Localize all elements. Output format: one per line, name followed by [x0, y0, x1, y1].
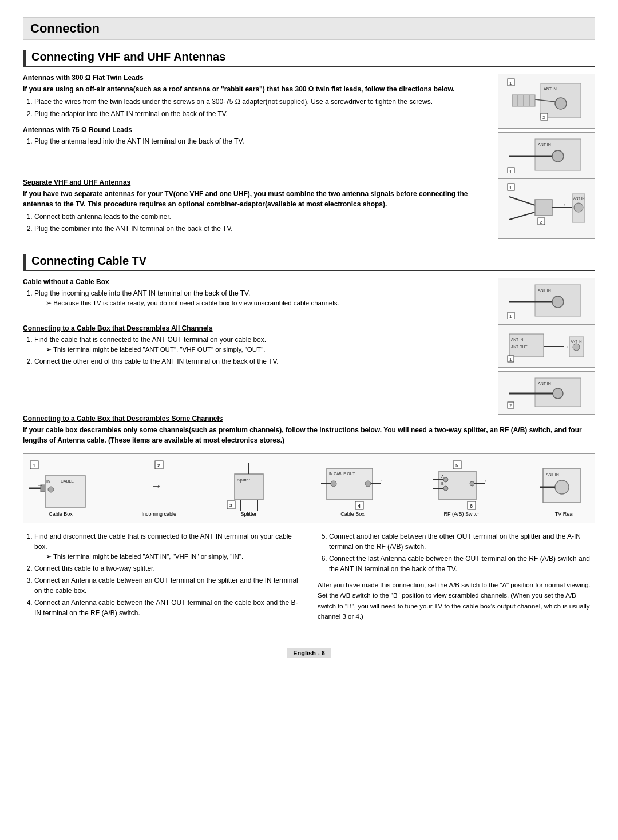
svg-text:1: 1 [509, 169, 512, 173]
diagram-cable-direct-svg: ANT IN 1 [506, 282, 587, 319]
splitter-label: Splitter [226, 511, 272, 517]
sub3-text: Separate VHF and UHF Antennas If you hav… [23, 178, 492, 241]
svg-point-73 [331, 481, 336, 487]
cable-box-some-title: Connecting to a Cable Box that Descrambl… [23, 415, 595, 423]
svg-text:ANT IN: ANT IN [511, 337, 523, 341]
cable-box-left-svg: 1 IN CABLE → [29, 460, 92, 511]
diagram-cable-box-antout: ANT IN ANT OUT → ANT IN 1 [498, 324, 595, 368]
antenna-diagrams: ANT IN 1 2 [498, 74, 595, 178]
svg-text:ANT IN: ANT IN [538, 142, 551, 146]
svg-line-19 [509, 212, 535, 220]
section-cable-tv: Connecting Cable TV Cable without a Cabl… [23, 254, 595, 624]
big-diagram-inner: 1 IN CABLE → Cable Box [29, 460, 589, 517]
sub2-title: Antennas with 75 Ω Round Leads [23, 126, 492, 134]
cable-no-box-diagram: ANT IN 1 [498, 278, 595, 324]
sub2-section: Antennas with 75 Ω Round Leads Plug the … [23, 126, 492, 146]
sub3-step1: Connect both antenna leads to the combin… [34, 212, 492, 222]
cable-box-all-steps: Find the cable that is connected to the … [34, 335, 492, 367]
svg-text:CABLE: CABLE [61, 479, 74, 483]
diagram-75ohm: ANT IN 1 [498, 132, 595, 178]
svg-text:IN: IN [46, 479, 50, 483]
sub1-intro: If you are using an off-air antenna(such… [23, 84, 492, 94]
svg-text:→: → [377, 477, 383, 484]
svg-text:ANT IN: ANT IN [538, 381, 551, 385]
steps-right-col: Connect another cable between the other … [318, 531, 595, 624]
cable-box-all-title: Connecting to a Cable Box that Descrambl… [23, 324, 492, 332]
cable-no-box-text: Cable without a Cable Box Plug the incom… [23, 278, 492, 315]
svg-text:2: 2 [542, 115, 545, 120]
section1-title: Connecting VHF and UHF Antennas [23, 50, 595, 67]
sub1-section: Antennas with 300 Ω Flat Twin Leads If y… [23, 74, 492, 119]
diagram-rf-switch: 5 A B → [433, 460, 490, 517]
svg-text:3: 3 [229, 503, 232, 508]
svg-text:→: → [561, 201, 566, 208]
svg-point-14 [552, 150, 564, 162]
diagram-cable-direct: ANT IN 1 [498, 278, 595, 324]
svg-text:5: 5 [455, 463, 458, 468]
sub1-container: Antennas with 300 Ω Flat Twin Leads If y… [23, 74, 595, 178]
sub3-intro: If you have two separate antennas for yo… [23, 189, 492, 209]
svg-text:ANT IN: ANT IN [546, 472, 559, 476]
sub2-step1: Plug the antenna lead into the ANT IN te… [34, 136, 492, 146]
svg-point-85 [443, 477, 448, 482]
diagram-cable-box-step2-svg: ANT IN 2 [506, 375, 587, 409]
diagram-300ohm-svg: ANT IN 1 2 [506, 78, 587, 124]
cable-box-some-footer: After you have made this connection, set… [318, 580, 595, 622]
cable-box-all-step1: Find the cable that is connected to the … [34, 335, 492, 355]
diagram-300ohm: ANT IN 1 2 [498, 74, 595, 129]
cable-box-all-note: ➢ This terminal might be labeled "ANT OU… [46, 345, 492, 355]
sub3-container: Separate VHF and UHF Antennas If you hav… [23, 178, 595, 241]
diagram-75ohm-svg: ANT IN 1 [506, 136, 587, 173]
page-title: Connection [23, 17, 595, 40]
some-step5: Connect another cable between the other … [329, 531, 595, 552]
svg-point-24 [574, 203, 583, 212]
svg-text:→: → [562, 343, 569, 351]
cable-box-all-container: Connecting to a Cable Box that Descrambl… [23, 324, 595, 415]
svg-point-2 [555, 98, 566, 109]
svg-point-86 [443, 486, 448, 491]
diagram-combiner-svg: ANT IN 1 2 → [506, 182, 587, 234]
cable-box-some-section: Connecting to a Cable Box that Descrambl… [23, 415, 595, 445]
section2-title: Connecting Cable TV [23, 254, 595, 271]
svg-text:ANT IN: ANT IN [573, 197, 585, 200]
separate-antenna-diagram: ANT IN 1 2 → [498, 178, 595, 239]
svg-line-18 [509, 197, 535, 205]
cable-box-right-svg: IN CABLE OUT → 4 [321, 460, 384, 511]
svg-text:B: B [441, 481, 444, 485]
svg-text:A: A [441, 475, 444, 479]
svg-text:2: 2 [540, 220, 542, 225]
svg-text:ANT IN: ANT IN [538, 288, 551, 292]
sub2-steps: Plug the antenna lead into the ANT IN te… [34, 136, 492, 146]
diagram-arrow2: 2 → Incoming cable [141, 460, 176, 517]
sub3-step2: Plug the combiner into the ANT IN termin… [34, 224, 492, 234]
some-step6: Connect the last Antenna cable between t… [329, 554, 595, 574]
cable-no-box-section: Cable without a Cable Box Plug the incom… [23, 278, 492, 308]
diagram-splitter: Splitter 3 Splitter [226, 460, 272, 517]
big-diagram-container: 1 IN CABLE → Cable Box [23, 453, 595, 523]
svg-text:→: → [482, 477, 488, 484]
some-step4: Connect an Antenna cable between the ANT… [34, 598, 300, 618]
svg-point-43 [573, 344, 580, 351]
sub3-title: Separate VHF and UHF Antennas [23, 178, 492, 186]
sub1-step1: Place the wires from the twin leads unde… [34, 97, 492, 107]
page-num-wrap: English - 6 [23, 638, 595, 658]
some-step3: Connect an Antenna cable between an OUT … [34, 575, 300, 596]
svg-text:ANT OUT: ANT OUT [511, 345, 527, 349]
svg-text:1: 1 [509, 81, 512, 86]
some-step1-note: ➢ This terminal might be labeled "ANT IN… [46, 552, 300, 562]
svg-text:Splitter: Splitter [237, 478, 250, 483]
diagram-cable-box-antout-svg: ANT IN ANT OUT → ANT IN 1 [506, 328, 587, 363]
steps-left: Find and disconnect the cable that is co… [34, 531, 300, 618]
steps-right: Connect another cable between the other … [329, 531, 595, 574]
svg-point-32 [552, 296, 564, 308]
svg-text:6: 6 [470, 503, 473, 509]
splitter-svg: Splitter 3 [226, 460, 272, 511]
rf-switch-svg: 5 A B → [433, 460, 490, 511]
sub1-title: Antennas with 300 Ω Flat Twin Leads [23, 74, 492, 82]
svg-point-74 [365, 481, 371, 487]
cable-box-all-text: Connecting to a Cable Box that Descrambl… [23, 324, 492, 373]
cable-box-some-intro: If your cable box descrambles only some … [23, 425, 595, 445]
cable-box-right-label: Cable Box [321, 511, 384, 517]
svg-point-87 [470, 481, 474, 486]
arrow2-svg: 2 → [145, 460, 173, 511]
